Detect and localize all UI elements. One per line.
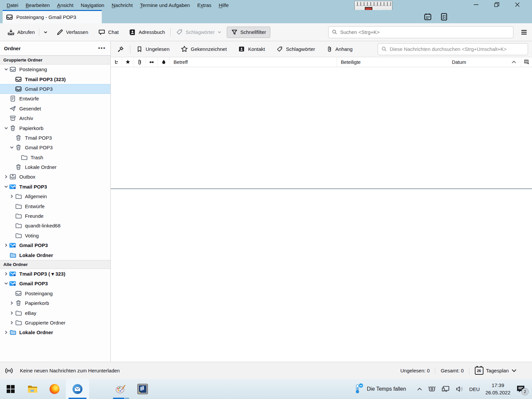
folder-row-quandt-linked68[interactable]: quandt-linked68 xyxy=(0,221,110,230)
menu-ansicht[interactable]: Ansicht xyxy=(54,1,77,9)
thunderbird-taskbar-icon[interactable] xyxy=(66,379,89,399)
folder-row-allgemein[interactable]: Allgemein xyxy=(0,192,110,201)
folder-row-papierkorb[interactable]: Papierkorb xyxy=(0,298,110,308)
meet-now-icon[interactable] xyxy=(428,385,436,393)
subject-column-header[interactable]: Betreff xyxy=(170,57,337,67)
legacy-app-icon[interactable] xyxy=(132,379,154,399)
tags-button[interactable]: Schlagwörter xyxy=(173,26,224,38)
folder-row-freunde[interactable]: Freunde xyxy=(0,211,110,221)
weather-text[interactable]: Die Temps fallen xyxy=(367,386,406,392)
menu-hilfe[interactable]: Hilfe xyxy=(215,1,232,9)
twisty-closed-icon[interactable] xyxy=(9,194,15,199)
menu-bearbeiten[interactable]: Bearbeiten xyxy=(22,1,53,9)
twisty-closed-icon[interactable] xyxy=(9,311,15,316)
twisty-closed-icon[interactable] xyxy=(3,174,9,179)
calendar-tab-button[interactable] xyxy=(424,13,432,21)
folder-row-gmail-pop3[interactable]: Gmail POP3 xyxy=(0,143,110,152)
pin-filter-icon[interactable] xyxy=(117,46,124,53)
filter-tags-button[interactable]: Schlagwörter xyxy=(273,44,319,55)
start-button[interactable] xyxy=(0,379,21,399)
message-search-input[interactable]: Diese Nachrichten durchsuchen <Strg+Umsc… xyxy=(378,43,528,55)
folder-row-entw-rfe[interactable]: Entwürfe xyxy=(0,94,110,103)
restore-button[interactable] xyxy=(494,2,499,7)
menu-termine-und-aufgaben[interactable]: Termine und Aufgaben xyxy=(137,1,193,9)
menu-extras[interactable]: Extras xyxy=(194,1,215,9)
thread-column-button[interactable] xyxy=(111,57,122,67)
message-list[interactable] xyxy=(111,67,532,188)
twisty-closed-icon[interactable] xyxy=(9,301,15,306)
get-messages-button[interactable]: Abrufen xyxy=(5,26,38,38)
folder-row-voting[interactable]: Voting xyxy=(0,231,110,240)
twisty-closed-icon[interactable] xyxy=(9,320,15,325)
get-messages-dropdown[interactable] xyxy=(41,28,51,37)
filter-attachment-button[interactable]: Anhang xyxy=(323,44,356,55)
folder-row-tmail-pop3[interactable]: Tmail POP3 xyxy=(0,133,110,143)
folder-row-papierkorb[interactable]: Papierkorb xyxy=(0,123,110,133)
twisty-closed-icon[interactable] xyxy=(3,271,9,276)
folder-row-entw-rfe[interactable]: Entwürfe xyxy=(0,201,110,211)
tab-inbox[interactable]: Posteingang - Gmail POP3 xyxy=(3,10,102,23)
address-book-button[interactable]: Adressbuch xyxy=(126,26,168,38)
paint-taskbar-icon[interactable] xyxy=(110,379,132,399)
chat-button[interactable]: Chat xyxy=(95,26,121,38)
folder-row-lokale-ordner[interactable]: Lokale Ordner xyxy=(0,250,110,260)
folder-label: Papierkorb xyxy=(19,125,44,131)
folder-row-gmail-pop3[interactable]: Gmail POP3 xyxy=(0,84,110,94)
taskbar-clock[interactable]: 17:39 26.05.2022 xyxy=(485,382,510,396)
keyboard-language[interactable]: DEU xyxy=(469,386,480,392)
quick-filter-toggle-button[interactable]: Schnellfilter xyxy=(227,27,271,38)
file-explorer-icon[interactable] xyxy=(21,379,43,399)
folder-row-gruppierte-ordner[interactable]: Gruppierte Ordner xyxy=(0,318,110,328)
folder-row-tmail-pop3[interactable]: Tmail POP3 xyxy=(0,182,110,192)
spam-column-button[interactable] xyxy=(146,57,158,67)
twisty-open-icon[interactable] xyxy=(3,281,9,286)
folder-row-outbox[interactable]: Outbox xyxy=(0,172,110,182)
filter-starred-button[interactable]: Gekennzeichnet xyxy=(178,44,230,55)
menu-nachricht[interactable]: Nachricht xyxy=(108,1,136,9)
twisty-closed-icon[interactable] xyxy=(3,330,9,335)
folder-row-tmail-pop3-323-[interactable]: Tmail POP3 (323) xyxy=(0,74,110,84)
folder-row-trash[interactable]: Trash xyxy=(0,153,110,162)
folder-label: Posteingang xyxy=(19,66,47,72)
twisty-open-icon[interactable] xyxy=(3,126,9,131)
twisty-open-icon[interactable] xyxy=(9,145,15,150)
weather-icon[interactable] xyxy=(354,384,361,394)
notification-center-button[interactable]: 2 xyxy=(516,385,526,393)
correspondents-column-header[interactable]: Beteiligte xyxy=(337,57,448,67)
filter-contact-button[interactable]: Kontakt xyxy=(235,44,268,55)
folder-row-gesendet[interactable]: Gesendet xyxy=(0,104,110,113)
starred-column-button[interactable] xyxy=(122,57,134,67)
twisty-closed-icon[interactable] xyxy=(3,243,9,248)
today-pane-toggle[interactable]: Tagesplan xyxy=(486,368,509,373)
folder-row-ebay[interactable]: eBay xyxy=(0,308,110,318)
folder-row-lokale-ordner[interactable]: Lokale Ordner xyxy=(0,162,110,172)
tray-chevron-up-icon[interactable] xyxy=(417,387,422,391)
folder-pane-title: Ordner xyxy=(4,46,21,51)
read-column-button[interactable] xyxy=(158,57,170,67)
folder-row-gmail-pop3[interactable]: Gmail POP3 xyxy=(0,279,110,288)
column-picker-button[interactable] xyxy=(521,57,532,67)
compose-button[interactable]: Verfassen xyxy=(54,26,91,38)
filter-unread-button[interactable]: Ungelesen xyxy=(133,44,173,54)
date-column-header[interactable]: Datum xyxy=(448,57,521,67)
folder-row-tmail-pop3-323-[interactable]: Tmail POP3 ( ▾ 323) xyxy=(0,269,110,279)
attachment-column-button[interactable] xyxy=(134,57,146,67)
minimize-button[interactable] xyxy=(473,2,479,7)
firefox-icon[interactable] xyxy=(43,379,66,399)
global-search-input[interactable]: Suchen <Strg+K> xyxy=(328,26,513,38)
volume-icon[interactable] xyxy=(456,386,464,392)
folder-row-lokale-ordner[interactable]: Lokale Ordner xyxy=(0,328,110,337)
app-menu-button[interactable] xyxy=(521,29,527,35)
folder-row-gmail-pop3[interactable]: Gmail POP3 xyxy=(0,240,110,250)
folder-row-posteingang[interactable]: Posteingang xyxy=(0,289,110,298)
folder-row-posteingang[interactable]: Posteingang xyxy=(0,65,110,74)
close-button[interactable] xyxy=(515,2,520,7)
menu-navigation[interactable]: Navigation xyxy=(77,1,108,9)
twisty-open-icon[interactable] xyxy=(3,67,9,72)
folder-pane-menu-button[interactable]: ••• xyxy=(98,45,106,51)
network-icon[interactable] xyxy=(442,385,450,393)
tasks-tab-button[interactable] xyxy=(440,13,448,21)
twisty-open-icon[interactable] xyxy=(3,184,9,189)
folder-row-archiv[interactable]: Archiv xyxy=(0,113,110,123)
menu-datei[interactable]: Datei xyxy=(3,1,22,9)
